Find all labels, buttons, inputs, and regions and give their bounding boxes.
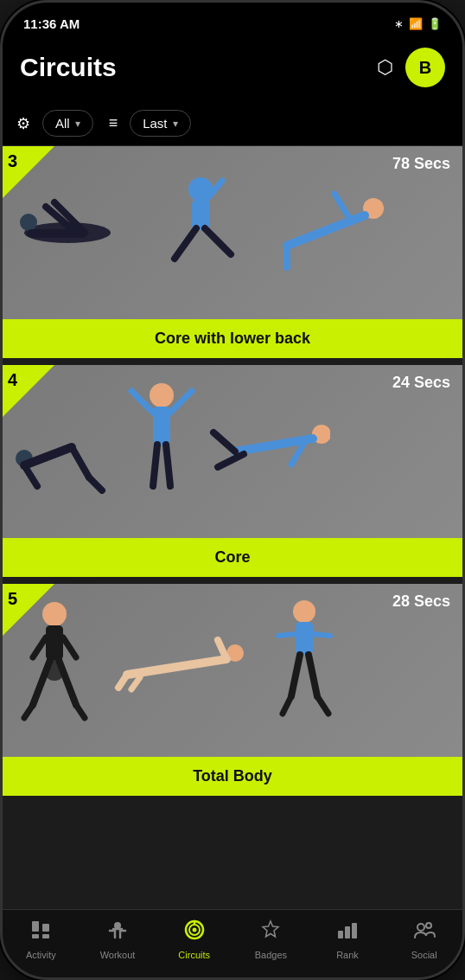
sort-icon[interactable]: ≡ — [109, 114, 118, 132]
circuit-label-bar-1[interactable]: Core with lower back — [3, 319, 462, 358]
filter-icon[interactable]: ⚙ — [16, 114, 30, 133]
svg-rect-69 — [352, 923, 357, 938]
status-bar: 11:36 AM ∗ 📶 🔋 — [3, 3, 462, 41]
circuit-duration-3: 28 Secs — [392, 592, 450, 611]
nav-item-social[interactable]: Social — [385, 919, 462, 960]
svg-line-47 — [313, 634, 330, 636]
circuit-duration-2: 24 Secs — [392, 374, 450, 392]
activity-icon — [29, 919, 52, 946]
last-filter-dropdown[interactable]: Last ▾ — [130, 110, 190, 137]
svg-point-44 — [293, 600, 315, 623]
svg-line-46 — [278, 634, 296, 636]
nav-item-activity[interactable]: Activity — [3, 919, 80, 960]
svg-rect-55 — [42, 934, 49, 938]
rank-icon — [336, 919, 359, 946]
circuit-label-bar-2[interactable]: Core — [3, 538, 462, 577]
circuit-number-3: 5 — [8, 589, 17, 609]
svg-line-36 — [59, 660, 76, 705]
last-filter-label: Last — [143, 116, 167, 131]
svg-line-33 — [63, 637, 76, 657]
svg-line-24 — [166, 445, 170, 486]
svg-point-64 — [192, 928, 196, 932]
svg-line-9 — [205, 228, 231, 254]
circuit-card-3[interactable]: 5 28 Secs — [3, 584, 462, 796]
cast-icon[interactable]: ⬡ — [377, 56, 393, 79]
nav-item-rank[interactable]: Rank — [309, 919, 386, 960]
bluetooth-icon: ∗ — [394, 17, 404, 30]
nav-label-activity: Activity — [26, 950, 56, 960]
nav-item-workout[interactable]: Workout — [80, 919, 156, 960]
circuit-card-1-image: 3 78 Secs — [3, 146, 462, 319]
svg-line-35 — [33, 660, 50, 705]
signal-icon: 📶 — [409, 17, 423, 30]
svg-line-43 — [131, 677, 140, 689]
svg-line-27 — [213, 432, 235, 452]
circuit-card-3-image: 5 28 Secs — [3, 584, 462, 757]
nav-label-social: Social — [411, 950, 437, 960]
status-icons: ∗ 📶 🔋 — [394, 17, 442, 30]
svg-line-50 — [283, 696, 291, 714]
svg-line-32 — [33, 637, 46, 657]
svg-rect-54 — [32, 934, 39, 938]
svg-marker-66 — [263, 921, 278, 937]
svg-line-40 — [127, 659, 226, 675]
svg-rect-45 — [296, 622, 313, 655]
battery-icon: 🔋 — [428, 17, 442, 30]
social-icon — [413, 919, 436, 946]
svg-line-51 — [317, 696, 328, 714]
phone-screen: 11:36 AM ∗ 📶 🔋 Circuits ⬡ B ⚙ All ▾ ≡ — [3, 3, 462, 977]
svg-rect-68 — [345, 926, 350, 938]
exercise-figure-3b — [110, 584, 248, 740]
circuit-label-1: Core with lower back — [155, 330, 310, 347]
svg-rect-53 — [42, 924, 49, 932]
exercise-figure-1c — [270, 146, 399, 285]
svg-line-17 — [72, 447, 89, 477]
content-area[interactable]: 3 78 Secs — [3, 146, 462, 909]
svg-line-28 — [218, 454, 244, 467]
svg-line-42 — [118, 675, 127, 688]
svg-line-38 — [76, 705, 85, 718]
svg-line-8 — [175, 228, 196, 259]
badges-icon — [259, 919, 282, 946]
circuit-card-2[interactable]: 4 24 Secs — [3, 365, 462, 577]
nav-item-badges[interactable]: Badges — [232, 919, 309, 960]
svg-point-70 — [417, 924, 424, 931]
filter-bar: ⚙ All ▾ ≡ Last ▾ — [3, 101, 462, 146]
header-actions: ⬡ B — [377, 48, 445, 87]
chevron-down-icon-2: ▾ — [173, 118, 178, 130]
svg-line-23 — [153, 445, 157, 486]
svg-point-19 — [150, 383, 174, 407]
chevron-down-icon: ▾ — [75, 118, 80, 130]
exercise-figure-2b — [118, 365, 205, 503]
svg-point-71 — [426, 923, 431, 928]
avatar[interactable]: B — [405, 48, 445, 87]
circuit-number-2: 4 — [8, 370, 17, 390]
circuit-duration-1: 78 Secs — [392, 155, 450, 173]
svg-point-1 — [20, 214, 37, 231]
svg-line-48 — [291, 655, 300, 696]
workout-icon — [106, 919, 129, 946]
circuit-label-2: Core — [214, 548, 250, 566]
circuit-card-2-image: 4 24 Secs — [3, 365, 462, 538]
circuit-number-1: 3 — [8, 151, 17, 171]
nav-label-rank: Rank — [336, 950, 359, 960]
svg-line-13 — [334, 194, 352, 222]
svg-rect-52 — [32, 921, 39, 932]
circuit-label-bar-3[interactable]: Total Body — [3, 757, 462, 796]
svg-line-18 — [89, 477, 102, 490]
circuits-icon — [183, 919, 206, 946]
all-filter-dropdown[interactable]: All ▾ — [42, 110, 93, 137]
header: Circuits ⬡ B — [3, 41, 462, 101]
nav-item-circuits[interactable]: Circuits — [156, 919, 232, 960]
circuit-card-1[interactable]: 3 78 Secs — [3, 146, 462, 358]
page-title: Circuits — [20, 53, 117, 82]
exercise-figure-2c — [209, 365, 330, 503]
exercise-figure-3c — [252, 584, 356, 740]
phone-frame: 11:36 AM ∗ 📶 🔋 Circuits ⬡ B ⚙ All ▾ ≡ — [0, 0, 465, 980]
svg-line-37 — [24, 705, 33, 718]
all-filter-label: All — [55, 116, 70, 131]
bottom-nav: Activity Workout — [3, 909, 462, 977]
nav-label-badges: Badges — [255, 950, 287, 960]
circuit-label-3: Total Body — [193, 767, 272, 785]
svg-rect-67 — [338, 931, 343, 938]
